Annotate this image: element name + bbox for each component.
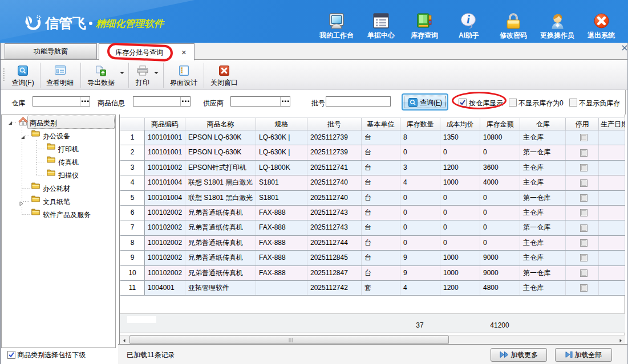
svg-text:i: i	[467, 13, 471, 26]
